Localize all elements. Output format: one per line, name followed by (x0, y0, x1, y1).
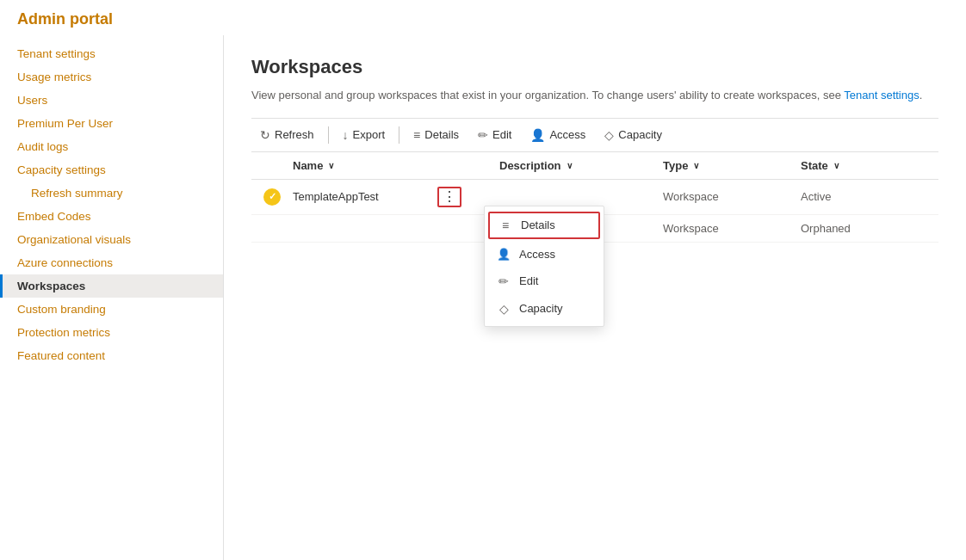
app-header: Admin portal (0, 0, 966, 35)
access-menu-icon: 👤 (497, 248, 511, 261)
sidebar-item-azure-connections[interactable]: Azure connections (0, 251, 223, 274)
edit-icon: ✏ (478, 128, 488, 142)
col-header-state[interactable]: State ∨ (801, 159, 938, 172)
row-state-cell: Active (801, 190, 938, 203)
capacity-menu-icon: ◇ (497, 302, 511, 316)
sidebar-item-premium-per-user[interactable]: Premium Per User (0, 112, 223, 135)
sidebar-item-protection-metrics[interactable]: Protection metrics (0, 321, 223, 344)
sidebar: Tenant settingsUsage metricsUsersPremium… (0, 35, 224, 560)
sidebar-item-custom-branding[interactable]: Custom branding (0, 298, 223, 321)
row2-state-cell: Orphaned (801, 222, 938, 235)
sidebar-item-organizational-visuals[interactable]: Organizational visuals (0, 228, 223, 251)
chevron-down-icon3: ∨ (693, 161, 699, 170)
row2-type-cell: Workspace (663, 222, 801, 235)
edit-button[interactable]: ✏ Edit (469, 124, 520, 146)
dropdown-item-edit[interactable]: ✏ Edit (485, 268, 604, 295)
row-context-menu-button[interactable]: ⋮ (437, 187, 461, 207)
chevron-down-icon: ∨ (328, 161, 334, 170)
toolbar: ↻ Refresh ↓ Export ≡ Details ✏ Edit 👤 Ac… (251, 118, 938, 152)
sidebar-item-embed-codes[interactable]: Embed Codes (0, 205, 223, 228)
chevron-down-icon2: ∨ (567, 161, 573, 170)
chevron-down-icon4: ∨ (833, 161, 839, 170)
table-row: TemplateAppTest ⋮ Workspace Active ≡ Det… (251, 180, 938, 215)
app-title: Admin portal (17, 10, 113, 28)
row-type-cell: Workspace (663, 190, 801, 203)
col-header-name[interactable]: Name ∨ (251, 159, 492, 172)
page-description: View personal and group workspaces that … (251, 87, 938, 104)
toolbar-divider2 (399, 126, 399, 144)
capacity-button[interactable]: ◇ Capacity (596, 124, 671, 146)
export-icon: ↓ (343, 128, 349, 142)
edit-menu-icon: ✏ (497, 274, 511, 288)
refresh-icon: ↻ (260, 128, 270, 142)
sidebar-item-users[interactable]: Users (0, 89, 223, 112)
access-button[interactable]: 👤 Access (522, 124, 594, 146)
sidebar-item-workspaces[interactable]: Workspaces (0, 274, 223, 298)
sidebar-item-usage-metrics[interactable]: Usage metrics (0, 65, 223, 89)
content-area: Workspaces View personal and group works… (224, 35, 966, 560)
details-menu-icon: ≡ (498, 218, 512, 232)
sidebar-item-featured-content[interactable]: Featured content (0, 344, 223, 367)
access-icon: 👤 (530, 128, 545, 142)
details-icon: ≡ (413, 128, 420, 142)
refresh-button[interactable]: ↻ Refresh (251, 124, 323, 146)
tenant-settings-link[interactable]: Tenant settings (844, 89, 919, 102)
capacity-icon: ◇ (604, 128, 614, 142)
sidebar-item-audit-logs[interactable]: Audit logs (0, 135, 223, 158)
context-dropdown: ≡ Details 👤 Access ✏ Edit ◇ Capacity (484, 206, 604, 327)
row-name-cell: TemplateAppTest (293, 190, 437, 203)
sidebar-item-capacity-settings[interactable]: Capacity settings (0, 158, 223, 182)
dropdown-item-capacity[interactable]: ◇ Capacity (485, 295, 604, 323)
page-title: Workspaces (251, 56, 938, 78)
details-button[interactable]: ≡ Details (405, 124, 468, 146)
export-button[interactable]: ↓ Export (334, 124, 394, 146)
sidebar-item-refresh-summary[interactable]: Refresh summary (0, 182, 223, 205)
toolbar-divider (328, 126, 329, 144)
row-workspace-icon (258, 188, 286, 206)
dropdown-item-access[interactable]: 👤 Access (485, 241, 604, 268)
col-header-type[interactable]: Type ∨ (663, 159, 801, 172)
dropdown-item-details[interactable]: ≡ Details (488, 212, 600, 239)
col-header-description[interactable]: Description ∨ (492, 159, 663, 172)
table-header: Name ∨ Description ∨ Type ∨ State ∨ (251, 152, 938, 180)
sidebar-item-tenant-settings[interactable]: Tenant settings (0, 42, 223, 65)
